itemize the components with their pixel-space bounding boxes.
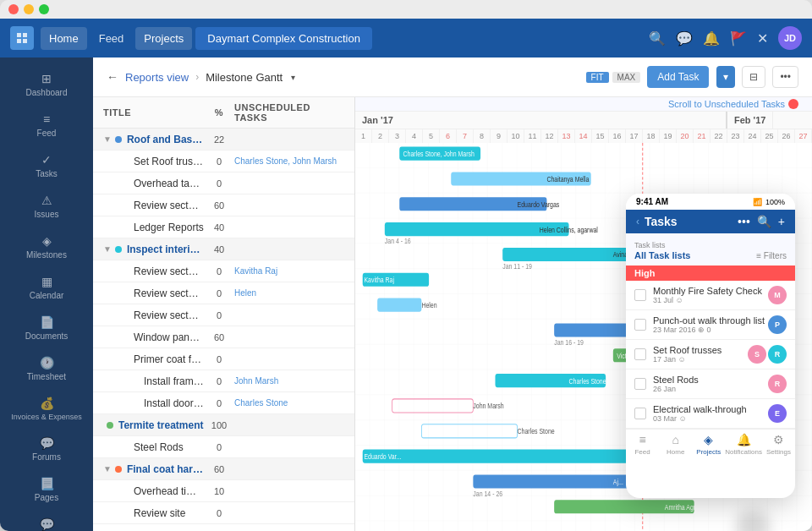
max-label[interactable]: MAX <box>612 72 641 83</box>
gantt-day: 25 <box>761 129 778 143</box>
back-button[interactable]: ← <box>107 70 118 84</box>
sidebar-item-calendar[interactable]: ▦ Calendar <box>5 268 88 307</box>
breadcrumb-dropdown-icon[interactable]: ▾ <box>291 73 295 82</box>
table-row[interactable]: Review sector B 0 Kavitha Raj <box>93 260 354 282</box>
mobile-nav-settings[interactable]: ⚙ Settings <box>762 433 795 456</box>
sidebar-item-timesheet[interactable]: 🕐 Timesheet <box>5 349 88 388</box>
all-tasks-label[interactable]: All Task lists <box>634 250 690 260</box>
mobile-nav-notifications[interactable]: 🔔 Notifications <box>725 433 762 456</box>
mobile-time: 9:41 AM <box>636 197 668 206</box>
mobile-more-icon[interactable]: ••• <box>738 215 750 228</box>
table-row[interactable]: Set Roof trusses 0 Charles Stone, John M… <box>93 151 354 172</box>
table-row[interactable]: Install doors and windows 0 Charles Ston… <box>93 392 354 414</box>
gantt-day: 16 <box>609 129 626 143</box>
task-checkbox[interactable] <box>634 289 646 301</box>
task-checkbox[interactable] <box>634 378 646 390</box>
table-row[interactable]: Overhead time inspection 10 <box>93 480 354 502</box>
task-checkbox[interactable] <box>634 408 646 419</box>
collapse-icon[interactable]: ▼ <box>103 464 112 474</box>
maximize-button[interactable] <box>39 4 49 14</box>
chat-icon[interactable]: 💬 <box>676 30 693 47</box>
dashboard-icon: ⊞ <box>41 72 52 85</box>
table-row[interactable]: Review sector D 0 <box>93 304 354 326</box>
table-row[interactable]: Window pane fixing - Engineer 60 <box>93 326 354 348</box>
table-row[interactable]: Review sector A 60 <box>93 194 354 216</box>
table-row[interactable]: 90 <box>93 524 354 531</box>
nav-icons: 🔍 💬 🔔 🚩 ✕ JD <box>649 26 802 50</box>
fit-label[interactable]: FIT <box>586 72 609 83</box>
gantt-day: 6 <box>440 129 457 143</box>
notifications-bottom-icon: 🔔 <box>737 433 751 446</box>
scroll-to-unscheduled-button[interactable]: Scroll to Unscheduled Tasks <box>668 99 805 109</box>
table-row[interactable]: ▼ Final coat hardwood 60 <box>93 458 354 480</box>
mobile-nav-projects[interactable]: ◈ Projects <box>692 433 725 456</box>
sidebar-item-milestones[interactable]: ◈ Milestones <box>5 227 88 266</box>
table-row[interactable]: ▼ Roof and Basement carpentry 22 <box>93 129 354 151</box>
nav-item-home[interactable]: Home <box>41 27 87 50</box>
search-icon[interactable]: 🔍 <box>649 30 666 47</box>
mobile-search-icon[interactable]: 🔍 <box>757 215 771 228</box>
home-bottom-icon: ⌂ <box>672 433 678 446</box>
close-button[interactable] <box>8 4 19 14</box>
task-name: Termite treatment <box>118 419 204 431</box>
bell-icon[interactable]: 🔔 <box>703 30 720 47</box>
mobile-task-item[interactable]: Set Roof trusses 17 Jan ☺ S R <box>626 340 795 370</box>
table-row[interactable]: Review site 0 <box>93 502 354 524</box>
nav-item-feed[interactable]: Feed <box>91 27 133 50</box>
task-checkbox[interactable] <box>634 348 646 360</box>
gantt-month: Feb '17 <box>727 112 773 129</box>
nav-item-projects[interactable]: Projects <box>135 27 192 50</box>
task-name: Install doors and windows <box>120 397 204 409</box>
table-row[interactable]: Review sector C 0 Helen <box>93 282 354 304</box>
table-row[interactable]: Install frames 0 John Marsh <box>93 370 354 392</box>
table-row[interactable]: Overhead tank inspection 0 <box>93 172 354 194</box>
table-row[interactable]: Primer coat for windows 0 <box>93 348 354 370</box>
filter-button[interactable]: ⊟ <box>742 66 765 88</box>
calendar-icon: ▦ <box>41 275 52 288</box>
more-options-button[interactable]: ••• <box>772 66 798 88</box>
avatar[interactable]: JD <box>778 26 802 50</box>
sidebar-item-pages[interactable]: 📃 Pages <box>5 470 88 509</box>
table-row[interactable]: Ledger Reports 40 <box>93 216 354 238</box>
sidebar-item-documents[interactable]: 📄 Documents <box>5 309 88 348</box>
minimize-button[interactable] <box>24 4 34 14</box>
task-name: Ledger Reports <box>120 222 204 233</box>
flag-icon[interactable]: 🚩 <box>730 30 747 47</box>
mobile-back-button[interactable]: ‹ <box>636 216 639 227</box>
mobile-task-item[interactable]: Electrical walk-through 03 Mar ☺ E <box>626 399 795 429</box>
sidebar-item-issues[interactable]: ⚠ Issues <box>5 187 88 226</box>
mobile-nav-feed[interactable]: ≡ Feed <box>626 433 659 456</box>
sidebar-item-forums[interactable]: 💬 Forums <box>5 430 88 468</box>
mobile-bottom-nav: ≡ Feed ⌂ Home ◈ Projects <box>626 429 795 459</box>
collapse-icon[interactable]: ▼ <box>103 244 112 254</box>
collapse-icon[interactable]: ▼ <box>103 134 112 144</box>
add-task-dropdown-button[interactable]: ▾ <box>716 66 735 88</box>
close-icon[interactable]: ✕ <box>757 30 768 47</box>
group-color-indicator <box>115 466 122 473</box>
breadcrumb-parent[interactable]: Reports view <box>125 71 189 84</box>
task-name: Steel Rods <box>120 441 204 453</box>
task-name: Set Roof trusses <box>653 345 748 355</box>
fit-max-controls: FIT MAX <box>586 72 641 83</box>
task-date: 17 Jan ☺ <box>653 355 748 364</box>
table-row[interactable]: Steel Rods 0 <box>93 436 354 458</box>
sidebar-item-chat[interactable]: 💬 Chat <box>5 511 88 531</box>
table-row[interactable]: Termite treatment 100 <box>93 414 354 436</box>
filters-button[interactable]: ≡ Filters <box>756 251 787 260</box>
sidebar-item-tasks[interactable]: ✓ Tasks <box>5 146 88 185</box>
gantt-day: 20 <box>677 129 694 143</box>
add-task-button[interactable]: Add Task <box>647 66 709 88</box>
task-checkbox[interactable] <box>634 319 646 331</box>
mobile-add-icon[interactable]: + <box>778 215 785 228</box>
sidebar-item-invoices[interactable]: 💰 Invoices & Expenses <box>5 390 88 428</box>
mobile-task-item[interactable]: Punch-out walk through list 23 Mar 2016 … <box>626 310 795 340</box>
table-row[interactable]: ▼ Inspect interiors 40 <box>93 238 354 260</box>
mobile-task-item[interactable]: Steel Rods 26 Jan R <box>626 370 795 399</box>
mobile-task-item[interactable]: Monthly Fire Safety Check 31 Jul ☺ M <box>626 281 795 310</box>
svg-text:Charles Stone, John Marsh: Charles Stone, John Marsh <box>403 150 475 158</box>
sidebar-item-dashboard[interactable]: ⊞ Dashboard <box>5 65 88 104</box>
gantt-day: 8 <box>474 129 491 143</box>
project-name[interactable]: Daymart Complex Construction <box>195 27 372 50</box>
mobile-nav-home[interactable]: ⌂ Home <box>659 433 692 456</box>
sidebar-item-feed[interactable]: ≡ Feed <box>5 106 88 145</box>
